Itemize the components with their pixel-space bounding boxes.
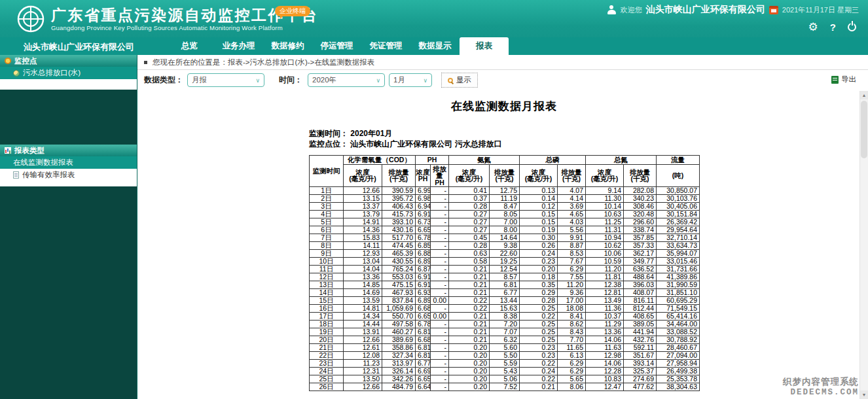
value-cell: 553.03: [382, 273, 416, 281]
day-cell: 10日: [310, 258, 344, 266]
tab-shutdown-management[interactable]: 停运管理: [312, 37, 361, 55]
col-time: 监测时间: [310, 156, 344, 187]
show-button[interactable]: 显示: [441, 73, 478, 88]
value-cell: 517.70: [382, 234, 416, 242]
value-cell: -: [431, 266, 449, 273]
gear-icon[interactable]: ⚙: [808, 22, 818, 33]
value-cell: 6.93: [416, 289, 431, 297]
sidebar-item-wastewater-outlet[interactable]: 污水总排放口(水): [0, 67, 137, 79]
value-cell: 357.33: [624, 242, 657, 250]
header-company[interactable]: 汕头市峡山广业环保有限公司: [646, 4, 765, 16]
value-cell: 8.87: [558, 242, 586, 250]
col-cod-conc: 浓度 (毫克/升): [344, 164, 382, 187]
value-cell: 308.46: [624, 203, 657, 211]
col-cod-emission: 排放量 (千克): [382, 164, 416, 187]
tab-voucher-management[interactable]: 凭证管理: [361, 37, 410, 55]
report-table-body: 1日12.66390.596.99-0.4112.750.134.079.142…: [310, 187, 700, 391]
table-row: 24日12.31326.146.69-0.205.430.246.2912.28…: [310, 368, 700, 375]
tab-data-revision[interactable]: 数据修约: [263, 37, 312, 55]
value-cell: 29,954.64: [657, 226, 700, 234]
day-cell: 19日: [310, 328, 344, 336]
value-cell: 837.84: [382, 297, 416, 305]
value-cell: 0.20: [449, 360, 490, 368]
nav-company-name: 汕头市峡山广业环保有限公司: [24, 41, 134, 53]
value-cell: 0.21: [449, 336, 490, 344]
tab-overview[interactable]: 总览: [165, 37, 214, 55]
value-cell: 14.64: [490, 234, 520, 242]
watermark-line2: DEDECMS.COM: [783, 388, 859, 397]
value-cell: 0.24: [520, 368, 558, 375]
table-row: 25日13.50342.266.65-0.205.060.225.6510.83…: [310, 375, 700, 383]
value-cell: 6.81: [416, 328, 431, 336]
vertical-scrollbar[interactable]: ▲ ▼: [859, 91, 868, 399]
value-cell: 484.79: [382, 383, 416, 391]
value-cell: 32,710.14: [657, 234, 700, 242]
value-cell: -: [431, 368, 449, 375]
value-cell: -: [431, 242, 449, 250]
value-cell: -: [431, 218, 449, 226]
value-cell: 12.31: [344, 368, 382, 375]
value-cell: 10.62: [586, 242, 624, 250]
watermark-line1: 织梦内容管理系统: [783, 376, 859, 388]
value-cell: 1,059.69: [382, 305, 416, 313]
value-cell: 0.25: [520, 305, 558, 313]
value-cell: 6.89: [416, 297, 431, 305]
day-cell: 15日: [310, 297, 344, 305]
scroll-down-arrow-icon[interactable]: ▼: [860, 390, 868, 399]
value-cell: 8.57: [490, 273, 520, 281]
value-cell: 12.61: [344, 344, 382, 352]
power-icon[interactable]: [848, 23, 856, 31]
time-label: 时间：: [279, 75, 302, 86]
value-cell: 7.55: [558, 273, 586, 281]
value-cell: 9.14: [586, 187, 624, 195]
value-cell: 5.65: [558, 375, 586, 383]
value-cell: 14.36: [344, 226, 382, 234]
scrollbar-thumb[interactable]: [861, 101, 867, 158]
value-cell: 6.99: [416, 187, 431, 195]
value-cell: 351.67: [624, 352, 657, 360]
table-row: 16日14.811,059.696.68-0.2215.630.2518.081…: [310, 305, 700, 313]
sidebar-item-label: 传输有效率报表: [22, 170, 75, 180]
value-cell: 12.75: [490, 187, 520, 195]
export-button[interactable]: 导出: [831, 75, 856, 84]
value-cell: 17.00: [558, 297, 586, 305]
table-row: 3日13.37406.436.94-0.288.470.123.6910.143…: [310, 203, 700, 211]
value-cell: 5.56: [558, 226, 586, 234]
value-cell: -: [431, 226, 449, 234]
data-type-select[interactable]: 月报 ∨: [187, 73, 264, 87]
value-cell: 28,460.67: [657, 344, 700, 352]
value-cell: 6.81: [416, 344, 431, 352]
table-row: 8日14.11474.456.85-0.289.380.268.8710.623…: [310, 242, 700, 250]
table-row: 20日12.66389.696.68-0.216.320.257.7014.06…: [310, 336, 700, 344]
value-cell: 0.37: [449, 195, 490, 203]
day-cell: 22日: [310, 352, 344, 360]
year-select[interactable]: 2020年 ∨: [308, 73, 385, 87]
col-phosphorus: 总磷: [520, 156, 586, 165]
value-cell: 30,788.92: [657, 336, 700, 344]
scroll-up-arrow-icon[interactable]: ▲: [860, 91, 868, 99]
value-cell: 4.07: [558, 187, 586, 195]
table-row: 26日12.66484.796.64-0.207.520.218.0612.47…: [310, 383, 700, 391]
tab-reports[interactable]: 报表: [460, 37, 509, 55]
value-cell: 6.89: [416, 258, 431, 266]
value-cell: 326.14: [382, 368, 416, 375]
value-cell: 26,499.38: [657, 368, 700, 375]
month-select[interactable]: 1月 ∨: [389, 73, 432, 87]
value-cell: 6.29: [558, 360, 586, 368]
tab-business[interactable]: 业务办理: [214, 37, 263, 55]
value-cell: 26,369.42: [657, 218, 700, 226]
value-cell: 274.69: [624, 375, 657, 383]
tab-data-display[interactable]: 数据显示: [410, 37, 460, 55]
day-cell: 17日: [310, 313, 344, 321]
table-row: 22日12.08327.346.81-0.205.500.236.1312.98…: [310, 352, 700, 360]
value-cell: 13.50: [344, 375, 382, 383]
sidebar-item-online-monitoring-report[interactable]: 在线监测数据报表: [0, 156, 137, 169]
value-cell: 13.37: [344, 203, 382, 211]
help-icon[interactable]: ?: [830, 22, 836, 33]
value-cell: -: [431, 250, 449, 258]
value-cell: 6.81: [416, 352, 431, 360]
value-cell: 0.27: [449, 211, 490, 218]
value-cell: 6.64: [416, 383, 431, 391]
table-row: 6日14.36430.166.65-0.278.000.195.5611.313…: [310, 226, 700, 234]
sidebar-item-transmission-efficiency-report[interactable]: 传输有效率报表: [0, 169, 137, 181]
